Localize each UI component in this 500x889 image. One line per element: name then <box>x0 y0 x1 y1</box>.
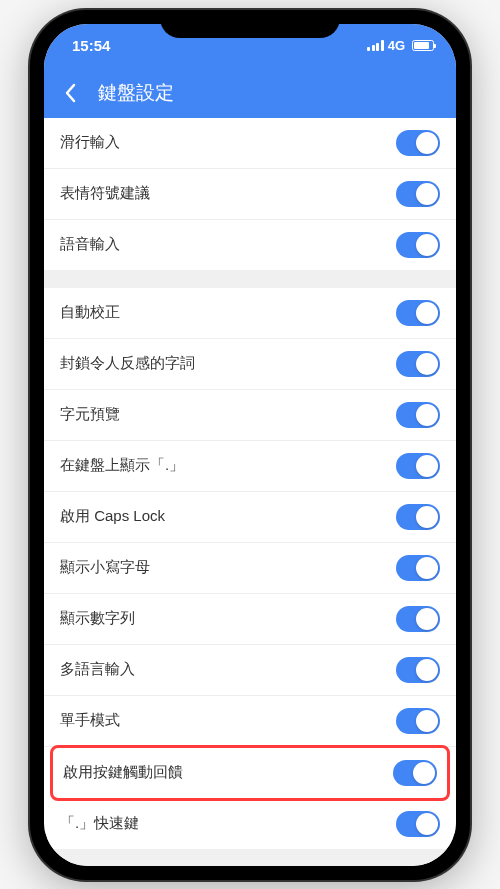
row-label: 多語言輸入 <box>60 660 135 679</box>
toggle-caps-lock[interactable] <box>396 504 440 530</box>
row-label: 單手模式 <box>60 711 120 730</box>
row-label: 自動校正 <box>60 303 120 322</box>
row-haptic-feedback[interactable]: 啟用按鍵觸動回饋 <box>50 745 450 801</box>
row-show-period[interactable]: 在鍵盤上顯示「.」 <box>44 441 456 492</box>
network-label: 4G <box>388 38 405 53</box>
toggle-block-offensive[interactable] <box>396 351 440 377</box>
back-button[interactable] <box>58 81 82 105</box>
row-label: 在鍵盤上顯示「.」 <box>60 456 184 475</box>
row-label: 顯示小寫字母 <box>60 558 150 577</box>
row-char-preview[interactable]: 字元預覽 <box>44 390 456 441</box>
row-label: 語音輸入 <box>60 235 120 254</box>
notch <box>160 10 340 38</box>
phone-screen: 15:54 4G 鍵盤設定 滑行輸入 <box>44 24 456 866</box>
toggle-haptic-feedback[interactable] <box>393 760 437 786</box>
row-block-offensive[interactable]: 封鎖令人反感的字詞 <box>44 339 456 390</box>
header: 鍵盤設定 <box>44 68 456 118</box>
settings-section-2: 自動校正 封鎖令人反感的字詞 字元預覽 在鍵盤上顯示「.」 啟用 Caps Lo… <box>44 288 456 849</box>
toggle-one-handed[interactable] <box>396 708 440 734</box>
toggle-char-preview[interactable] <box>396 402 440 428</box>
toggle-multilingual[interactable] <box>396 657 440 683</box>
row-multilingual[interactable]: 多語言輸入 <box>44 645 456 696</box>
row-label: 表情符號建議 <box>60 184 150 203</box>
toggle-autocorrect[interactable] <box>396 300 440 326</box>
chevron-left-icon <box>64 83 76 103</box>
row-lowercase[interactable]: 顯示小寫字母 <box>44 543 456 594</box>
toggle-glide-typing[interactable] <box>396 130 440 156</box>
row-label: 顯示數字列 <box>60 609 135 628</box>
toggle-show-period[interactable] <box>396 453 440 479</box>
status-right: 4G <box>367 38 434 53</box>
row-glide-typing[interactable]: 滑行輸入 <box>44 118 456 169</box>
row-label: 字元預覽 <box>60 405 120 424</box>
toggle-voice-input[interactable] <box>396 232 440 258</box>
row-label: 滑行輸入 <box>60 133 120 152</box>
toggle-lowercase[interactable] <box>396 555 440 581</box>
row-label: 啟用 Caps Lock <box>60 507 165 526</box>
toggle-number-row[interactable] <box>396 606 440 632</box>
battery-icon <box>412 40 434 51</box>
settings-section-1: 滑行輸入 表情符號建議 語音輸入 <box>44 118 456 270</box>
signal-icon <box>367 40 384 51</box>
row-voice-input[interactable]: 語音輸入 <box>44 220 456 270</box>
row-number-row[interactable]: 顯示數字列 <box>44 594 456 645</box>
toggle-period-shortcut[interactable] <box>396 811 440 837</box>
row-caps-lock[interactable]: 啟用 Caps Lock <box>44 492 456 543</box>
toggle-emoji-suggestions[interactable] <box>396 181 440 207</box>
phone-frame: 15:54 4G 鍵盤設定 滑行輸入 <box>30 10 470 880</box>
row-period-shortcut[interactable]: 「.」快速鍵 <box>44 799 456 849</box>
row-label: 「.」快速鍵 <box>60 814 139 833</box>
row-label: 啟用按鍵觸動回饋 <box>63 763 183 782</box>
settings-content[interactable]: 滑行輸入 表情符號建議 語音輸入 自動校正 封鎖令人反感的 <box>44 118 456 866</box>
status-time: 15:54 <box>72 37 110 54</box>
row-one-handed[interactable]: 單手模式 <box>44 696 456 747</box>
row-autocorrect[interactable]: 自動校正 <box>44 288 456 339</box>
row-emoji-suggestions[interactable]: 表情符號建議 <box>44 169 456 220</box>
row-label: 封鎖令人反感的字詞 <box>60 354 195 373</box>
page-title: 鍵盤設定 <box>98 80 174 106</box>
